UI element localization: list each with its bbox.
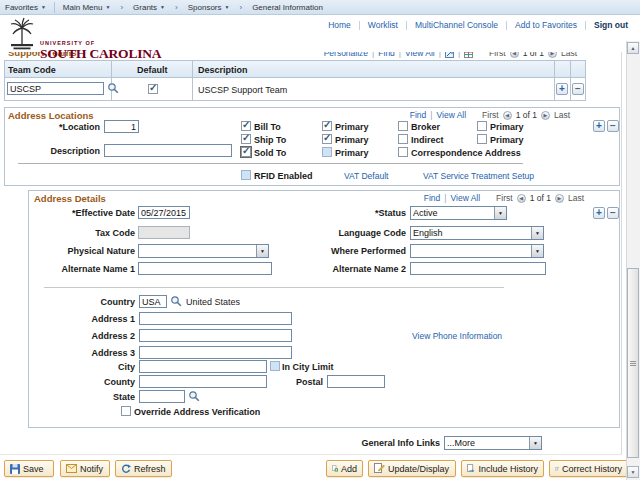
update-display-icon (374, 463, 385, 474)
team-code-column-header: Team Code (8, 65, 56, 75)
bill-to-primary-checkbox[interactable] (322, 121, 332, 131)
sponsor-general-information-page: Favorites ▼ Main Menu ▼ › Grants ▼ › Spo… (0, 0, 640, 480)
indirect-checkbox[interactable] (398, 134, 408, 144)
last-page-button[interactable]: Last (554, 110, 570, 120)
scrollbar-up-button[interactable]: ▲ (627, 42, 639, 54)
add-row-button[interactable]: + (556, 83, 568, 95)
ship-to-primary-checkbox[interactable] (322, 134, 332, 144)
first-page-button[interactable]: First (482, 110, 499, 120)
city-input[interactable] (139, 360, 267, 373)
scrollbar-down-button[interactable]: ▼ (627, 466, 639, 478)
in-city-limit-checkbox[interactable] (270, 361, 280, 371)
delete-address-row-button[interactable]: − (607, 207, 619, 219)
country-input[interactable] (139, 295, 167, 308)
indirect-primary-label: Primary (490, 135, 524, 145)
find-link[interactable]: Find (410, 110, 427, 120)
general-info-links-label: General Info Links (340, 438, 440, 448)
include-history-button[interactable]: Include History (461, 460, 544, 477)
postal-input[interactable] (327, 375, 385, 388)
next-page-icon[interactable]: ▶ (555, 194, 564, 203)
country-lookup-icon[interactable] (170, 295, 182, 307)
bill-to-checkbox[interactable] (241, 121, 251, 131)
find-link[interactable]: Find (424, 193, 441, 203)
breadcrumb-main-menu-label: Main Menu (63, 3, 103, 12)
sold-to-checkbox[interactable] (241, 147, 251, 157)
worklist-link[interactable]: Worklist (368, 20, 398, 30)
previous-page-icon[interactable]: ◀ (503, 111, 512, 120)
where-performed-value (411, 245, 531, 257)
first-page-button[interactable]: First (496, 193, 513, 203)
team-code-lookup-icon[interactable] (107, 82, 119, 94)
add-location-button[interactable]: + (593, 120, 605, 132)
scrollbar-grip (630, 361, 636, 366)
override-address-verification-label: Override Address Verification (134, 407, 260, 417)
correct-history-button-label: Correct History (562, 464, 622, 474)
chevron-down-icon: ▼ (529, 437, 541, 449)
bill-to-label: Bill To (254, 122, 281, 132)
rfid-enabled-checkbox[interactable] (241, 170, 251, 180)
address-3-input[interactable] (139, 346, 292, 359)
broker-checkbox[interactable] (398, 121, 408, 131)
previous-page-icon[interactable]: ◀ (517, 194, 526, 203)
alternate-name-2-input[interactable] (410, 262, 546, 275)
ship-to-checkbox[interactable] (241, 134, 251, 144)
add-address-row-button[interactable]: + (593, 207, 605, 219)
sold-to-primary-checkbox[interactable] (322, 147, 332, 157)
broker-primary-checkbox[interactable] (477, 121, 487, 131)
scrollbar-thumb[interactable] (627, 268, 639, 458)
breadcrumb-main-menu[interactable]: Main Menu ▼ (58, 0, 116, 14)
grid-column-divider (111, 60, 112, 101)
notify-button[interactable]: Notify (60, 460, 110, 477)
language-code-select[interactable]: English ▼ (410, 226, 544, 240)
next-page-icon[interactable]: ▶ (541, 111, 550, 120)
correspondence-address-checkbox[interactable] (398, 147, 408, 157)
view-all-link[interactable]: View All (437, 110, 467, 120)
correct-history-button[interactable]: Correct History (549, 460, 628, 477)
vat-service-treatment-setup-link[interactable]: VAT Service Treatment Setup (423, 171, 534, 181)
add-to-favorites-link[interactable]: Add to Favorites (515, 20, 577, 30)
address-2-input[interactable] (139, 329, 292, 342)
multichannel-console-link[interactable]: MultiChannel Console (415, 20, 498, 30)
sign-out-link[interactable]: Sign out (594, 20, 628, 30)
logo-text-south-carolina: SOUTH CAROLINA (40, 46, 161, 62)
general-info-links-select[interactable]: ...More ▼ (444, 436, 542, 450)
state-input[interactable] (139, 390, 185, 403)
home-link[interactable]: Home (328, 20, 351, 30)
default-checkbox[interactable] (148, 84, 158, 94)
view-phone-information-link[interactable]: View Phone Information (412, 331, 502, 341)
description-column-header: Description (198, 65, 248, 75)
breadcrumb-current-page: General Information (247, 0, 328, 14)
location-input[interactable] (104, 120, 139, 133)
physical-nature-select[interactable]: ▼ (138, 244, 269, 258)
where-performed-select[interactable]: ▼ (410, 244, 544, 258)
description-input[interactable] (104, 144, 232, 157)
breadcrumb-favorites[interactable]: Favorites ▼ (0, 0, 51, 14)
update-display-button[interactable]: Update/Display (368, 460, 456, 477)
where-performed-label: Where Performed (296, 246, 406, 256)
breadcrumb-grants[interactable]: Grants ▼ (128, 0, 170, 14)
delete-row-button[interactable]: − (572, 83, 584, 95)
effective-date-input[interactable] (138, 206, 190, 219)
header-link-divider (506, 21, 507, 30)
physical-nature-value (139, 245, 256, 257)
alternate-name-1-input[interactable] (138, 262, 272, 275)
delete-location-button[interactable]: − (607, 120, 619, 132)
status-value: Active (411, 207, 494, 219)
view-all-link[interactable]: View All (451, 193, 481, 203)
alternate-name-1-label: Alternate Name 1 (15, 264, 135, 274)
address-3-label: Address 3 (15, 348, 135, 358)
last-page-button[interactable]: Last (568, 193, 584, 203)
override-address-verification-checkbox[interactable] (121, 406, 131, 416)
status-select[interactable]: Active ▼ (410, 206, 507, 220)
refresh-button[interactable]: Refresh (115, 460, 172, 477)
address-1-input[interactable] (139, 312, 292, 325)
vat-default-link[interactable]: VAT Default (344, 171, 388, 181)
indirect-primary-checkbox[interactable] (477, 134, 487, 144)
save-button[interactable]: Save (4, 460, 54, 477)
state-lookup-icon[interactable] (188, 390, 200, 402)
breadcrumb-grants-label: Grants (133, 3, 157, 12)
tax-code-input (138, 226, 190, 239)
add-button[interactable]: Add (326, 460, 363, 477)
breadcrumb-sponsors[interactable]: Sponsors ▼ (183, 0, 235, 14)
team-code-input[interactable] (7, 82, 104, 95)
